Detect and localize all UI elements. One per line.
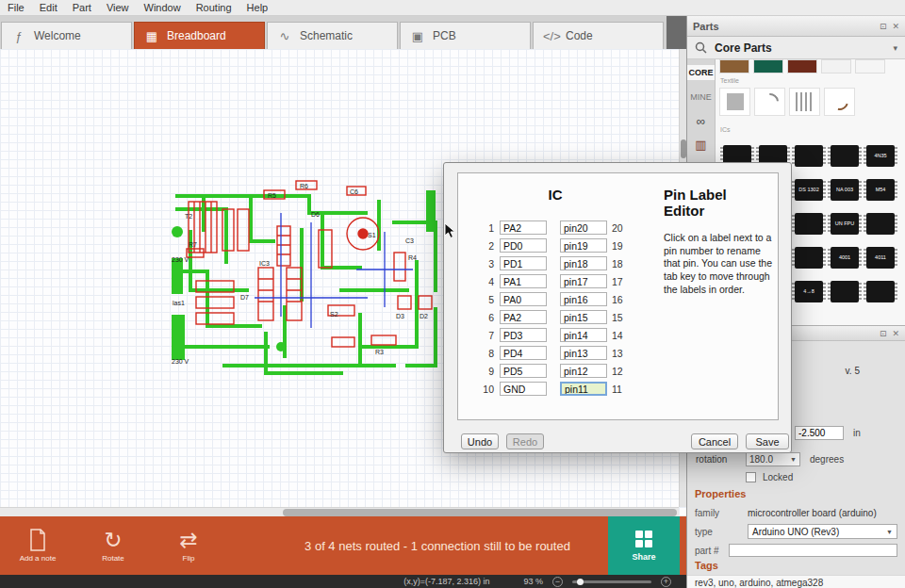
tab-breadboard[interactable]: ▦Breadboard — [134, 22, 265, 49]
part-thumbnail[interactable] — [789, 88, 820, 116]
zoom-out-button[interactable]: − — [552, 577, 563, 587]
rotation-unit: degrees — [810, 454, 844, 465]
menu-edit[interactable]: Edit — [40, 2, 58, 13]
pin-name-input[interactable] — [500, 328, 547, 342]
zoom-level: 93 % — [523, 577, 543, 586]
pin-label-input[interactable] — [560, 328, 607, 342]
bin-tab-contrib-icon[interactable]: ∞ — [697, 114, 705, 128]
pin-label-input[interactable] — [560, 220, 607, 235]
pin-name-input[interactable] — [500, 256, 547, 270]
close-icon[interactable]: ✕ — [892, 329, 899, 338]
rotate-button[interactable]: ↻ Rotate — [75, 529, 151, 563]
part-thumbnail[interactable] — [791, 240, 827, 274]
horizontal-scrollbar[interactable] — [0, 507, 679, 516]
svg-text:R7: R7 — [189, 241, 197, 248]
part-thumbnail[interactable] — [824, 88, 855, 116]
pin-label-input[interactable] — [560, 364, 607, 378]
zoom-in-button[interactable]: + — [661, 577, 671, 587]
pin-name-input[interactable] — [500, 310, 547, 324]
pin-row: 1011 — [477, 380, 627, 398]
search-icon[interactable] — [695, 41, 707, 54]
pin-name-input[interactable] — [500, 238, 547, 253]
tab-pcb[interactable]: ▣PCB — [400, 22, 531, 49]
tab-label: PCB — [433, 29, 456, 42]
pin-label-input[interactable] — [560, 292, 607, 306]
note-icon — [28, 529, 47, 551]
bin-tab-core[interactable]: CORE — [687, 65, 715, 80]
pin-name-input[interactable] — [500, 364, 547, 378]
undock-icon[interactable]: ⊡ — [880, 22, 887, 31]
pin-label-input[interactable] — [560, 382, 607, 396]
part-thumbnail[interactable]: 4001 — [827, 240, 863, 274]
undo-button[interactable]: Undo — [461, 433, 499, 449]
pin-label-input[interactable] — [560, 310, 607, 324]
part-thumbnail[interactable] — [791, 206, 827, 240]
part-thumbnail[interactable] — [719, 59, 749, 74]
undock-icon[interactable]: ⊡ — [880, 329, 887, 338]
pin-name-input[interactable] — [500, 292, 547, 306]
bin-tab-mine[interactable]: MINE — [687, 90, 715, 105]
zoom-slider[interactable] — [572, 580, 651, 583]
part-thumbnail[interactable] — [855, 59, 885, 74]
menu-part[interactable]: Part — [73, 2, 91, 13]
rotation-combo[interactable]: 180.0 ▼ — [746, 452, 800, 466]
menu-window[interactable]: Window — [144, 2, 181, 13]
svg-text:IC3: IC3 — [259, 260, 270, 267]
part-thumbnail[interactable] — [821, 59, 851, 74]
part-thumbnail[interactable]: 4N35 — [863, 139, 898, 172]
pin-name-input[interactable] — [500, 274, 547, 288]
add-note-button[interactable]: Add a note — [0, 529, 75, 563]
locked-checkbox[interactable] — [746, 472, 756, 482]
property-dropdown-type[interactable]: Arduino UNO (Rev3)▼ — [748, 524, 897, 539]
bin-menu-icon[interactable]: ▾ — [893, 43, 897, 53]
part-thumbnail[interactable] — [791, 139, 827, 172]
part-thumbnail[interactable] — [787, 59, 817, 74]
part-thumbnail[interactable]: DS 1302 — [791, 172, 827, 206]
svg-text:S1: S1 — [368, 232, 376, 238]
tab-code[interactable]: </>Code — [533, 22, 664, 49]
pin-name-input[interactable] — [500, 382, 547, 396]
zoom-slider-thumb[interactable] — [577, 579, 584, 585]
pin-editor-body: IC Pin Label Editor Click on a label nex… — [457, 172, 779, 420]
part-thumbnail[interactable]: 4011 — [863, 240, 898, 274]
redo-button[interactable]: Redo — [506, 433, 544, 449]
menu-view[interactable]: View — [107, 2, 129, 13]
pin-label-input[interactable] — [560, 346, 607, 360]
part-thumbnail[interactable] — [863, 206, 898, 240]
bin-tab-simulation-icon[interactable]: ▥ — [695, 138, 706, 152]
part-thumbnail[interactable] — [719, 88, 750, 116]
cancel-button[interactable]: Cancel — [691, 433, 738, 449]
schematic-icon: ∿ — [277, 29, 292, 43]
close-icon[interactable]: ✕ — [892, 22, 899, 31]
pin-number: 9 — [477, 366, 494, 377]
part-thumbnail[interactable]: 4→8 — [791, 274, 827, 308]
property-input-part[interactable] — [729, 544, 897, 557]
tab-welcome[interactable]: ƒWelcome — [1, 22, 132, 49]
part-thumbnail[interactable] — [753, 59, 783, 74]
location-y-field[interactable] — [795, 426, 844, 440]
menu-routing[interactable]: Routing — [196, 2, 232, 13]
horizontal-scrollbar-thumb[interactable] — [283, 509, 677, 516]
svg-text:R3: R3 — [375, 349, 384, 355]
part-thumbnail[interactable]: NA 003 — [827, 172, 863, 206]
part-thumbnail[interactable] — [863, 274, 898, 308]
part-thumbnail[interactable]: M54 — [863, 172, 898, 206]
flip-button[interactable]: ⇄ Flip — [151, 529, 226, 563]
pin-name-input[interactable] — [500, 346, 547, 360]
share-button[interactable]: Share — [608, 516, 680, 575]
ic-chip-icon: NA 003 — [831, 179, 859, 201]
save-button[interactable]: Save — [746, 433, 789, 449]
part-thumbnail[interactable]: UN FPU — [827, 206, 863, 240]
pin-name-input[interactable] — [500, 220, 547, 235]
tab-label: Code — [566, 29, 593, 42]
ic-chip-icon — [795, 213, 823, 235]
part-thumbnail[interactable] — [827, 274, 863, 308]
part-thumbnail[interactable] — [754, 88, 785, 116]
pin-label-input[interactable] — [560, 238, 607, 253]
menu-file[interactable]: File — [8, 2, 25, 13]
tab-schematic[interactable]: ∿Schematic — [267, 22, 398, 49]
part-thumbnail[interactable] — [827, 139, 863, 172]
pin-label-input[interactable] — [560, 256, 607, 270]
menu-help[interactable]: Help — [247, 2, 269, 13]
pin-label-input[interactable] — [560, 274, 607, 288]
